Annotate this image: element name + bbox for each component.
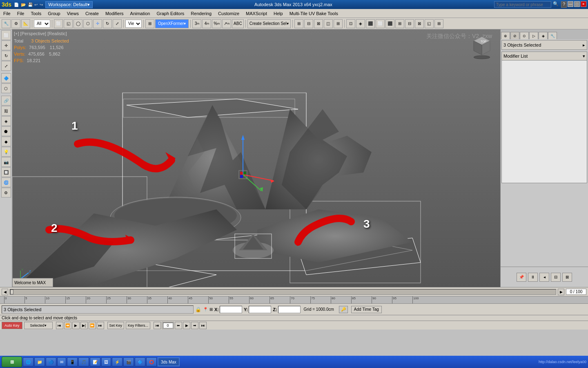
openxformer-btn[interactable]: OpenXFormer ▾ bbox=[155, 19, 189, 28]
rp-pin-button[interactable]: 📌 bbox=[517, 273, 526, 282]
move-tool[interactable]: ✛ bbox=[93, 19, 102, 28]
timeline-thumb[interactable] bbox=[10, 289, 13, 294]
rp-tab-create[interactable]: ⊕ bbox=[501, 32, 510, 39]
menu-customize[interactable]: Customize bbox=[215, 10, 243, 17]
menu-tools[interactable]: Tools bbox=[27, 10, 45, 17]
rp-tab-hierarchy[interactable]: ⊙ bbox=[520, 32, 529, 39]
selection-arrow[interactable]: ▸ bbox=[583, 43, 585, 48]
abc-btn[interactable]: ABC bbox=[232, 19, 244, 28]
rp-tab-display[interactable]: ◈ bbox=[539, 32, 548, 39]
select-region-circle[interactable]: ◯ bbox=[74, 19, 82, 28]
taskbar-app2[interactable]: 🎵 bbox=[78, 357, 89, 366]
menu-graph-editors[interactable]: Graph Editors bbox=[153, 10, 187, 17]
lt-bind[interactable]: ◈ bbox=[1, 116, 11, 126]
lt-scale[interactable]: ⤢ bbox=[1, 61, 11, 71]
select-tool[interactable]: ⬜ bbox=[54, 19, 63, 28]
add-time-tag-button[interactable]: Add Time Tag bbox=[351, 306, 382, 313]
rp-back-button[interactable]: ◂ bbox=[539, 273, 549, 282]
snap2d[interactable]: ⚙ bbox=[11, 19, 20, 28]
setkey-button[interactable]: Set Key bbox=[107, 322, 125, 329]
taskbar-app1[interactable]: 📱 bbox=[67, 357, 78, 366]
search-input[interactable] bbox=[494, 1, 551, 8]
tool-render2[interactable]: ⬜ bbox=[376, 19, 385, 28]
tool-schematic[interactable]: ⊡ bbox=[346, 19, 355, 28]
lt-rotate[interactable]: ↻ bbox=[1, 51, 11, 61]
tool-layers[interactable]: ⊞ bbox=[334, 19, 343, 28]
menu-views[interactable]: Views bbox=[64, 10, 82, 17]
filter-dropdown[interactable]: All bbox=[34, 20, 50, 28]
lt-spacewarps[interactable]: 🌀 bbox=[1, 177, 11, 187]
close-button[interactable]: ✕ bbox=[581, 1, 586, 7]
autokey-button[interactable]: Auto Key bbox=[2, 322, 22, 329]
rp-instance-button[interactable]: ⊟ bbox=[551, 273, 561, 282]
pb-prev-key[interactable]: ⬅ bbox=[175, 322, 182, 329]
num3-btn[interactable]: 3m bbox=[192, 19, 201, 28]
tool-render1[interactable]: ⬛ bbox=[366, 19, 375, 28]
menu-maxscript[interactable]: MAXScript bbox=[243, 10, 270, 17]
modifier-list-dropdown[interactable]: Modifier List ▾ bbox=[501, 52, 587, 61]
taskbar-app4[interactable]: 🖼 bbox=[101, 357, 111, 366]
pos-icon[interactable]: 📍 bbox=[203, 307, 208, 312]
next-frame-btn[interactable]: ⏩ bbox=[89, 322, 96, 329]
tl-next-btn[interactable]: ▶ bbox=[558, 289, 564, 295]
lt-cameras[interactable]: 📷 bbox=[1, 157, 11, 167]
maximize-button[interactable]: □ bbox=[574, 1, 580, 7]
search-icon[interactable]: 🔍 bbox=[553, 1, 559, 8]
timeline-slider[interactable] bbox=[10, 289, 556, 295]
go-start-btn[interactable]: ⏮ bbox=[56, 322, 63, 329]
num4-btn[interactable]: 4m bbox=[202, 19, 211, 28]
rp-tab-motion[interactable]: ▷ bbox=[529, 32, 538, 39]
tool-more5[interactable]: ⊞ bbox=[434, 19, 443, 28]
tool-more4[interactable]: ◱ bbox=[425, 19, 434, 28]
taskbar-ie[interactable]: 🌐 bbox=[23, 357, 33, 366]
menu-file[interactable]: File bbox=[0, 10, 14, 17]
lock-icon[interactable]: 🔒 bbox=[195, 307, 201, 312]
taskbar-app6[interactable]: 🎬 bbox=[123, 357, 134, 366]
menu-modifiers[interactable]: Modifiers bbox=[102, 10, 127, 17]
workspace-label[interactable]: Workspace: Default▾ bbox=[45, 1, 93, 8]
key-filters-button[interactable]: Key Filters... bbox=[126, 322, 150, 329]
tool-more2[interactable]: ⊟ bbox=[405, 19, 414, 28]
menu-group[interactable]: Group bbox=[45, 10, 64, 17]
lt-select[interactable]: ⬜ bbox=[1, 30, 11, 40]
tool-material[interactable]: ◈ bbox=[356, 19, 365, 28]
toolbar-save-icon[interactable]: 💾 bbox=[28, 2, 33, 7]
taskbar-app5[interactable]: ⚡ bbox=[112, 357, 122, 366]
toolbar-undo-icon[interactable]: ↩ bbox=[34, 2, 38, 7]
lt-helpers[interactable]: 🔲 bbox=[1, 167, 11, 177]
tool-more1[interactable]: ⊞ bbox=[395, 19, 404, 28]
tool-spacing[interactable]: ⊠ bbox=[314, 19, 323, 28]
help-icon[interactable]: ? bbox=[561, 1, 567, 8]
rp-tab-utilities[interactable]: 🔧 bbox=[548, 32, 557, 39]
view-dropdown[interactable]: View bbox=[125, 20, 142, 28]
taskbar-app3[interactable]: 📝 bbox=[90, 357, 100, 366]
tool-clone[interactable]: ◫ bbox=[324, 19, 333, 28]
toolbar-file-icon[interactable]: 📄 bbox=[14, 2, 19, 7]
taskbar-folder[interactable]: 📁 bbox=[34, 357, 45, 366]
play-realtime-btn[interactable]: ▶| bbox=[80, 322, 88, 329]
go-end-btn[interactable]: ⏭ bbox=[97, 322, 104, 329]
rp-tab-modify[interactable]: ⊘ bbox=[510, 32, 519, 39]
menu-edit[interactable]: File bbox=[14, 10, 28, 17]
tool-mirror[interactable]: ⊞ bbox=[294, 19, 303, 28]
toolbar-redo-icon[interactable]: ↪ bbox=[40, 2, 43, 7]
lt-move[interactable]: ✛ bbox=[1, 40, 11, 50]
tool-render3[interactable]: ⬛ bbox=[385, 19, 394, 28]
frame-number-input[interactable] bbox=[163, 323, 173, 328]
menu-rendering[interactable]: Rendering bbox=[187, 10, 215, 17]
tool-more3[interactable]: ⊠ bbox=[415, 19, 424, 28]
select-region-fence[interactable]: ⬡ bbox=[83, 19, 92, 28]
taskbar-app8[interactable]: ⭕ bbox=[146, 357, 157, 366]
percent-btn[interactable]: %m bbox=[212, 19, 221, 28]
rp-pause-button[interactable]: ⏸ bbox=[528, 273, 538, 282]
curve-btn[interactable]: ↗m bbox=[222, 19, 231, 28]
pb-go-end2[interactable]: ⏭ bbox=[199, 322, 207, 329]
grid-icon[interactable]: ⊞ bbox=[209, 307, 213, 312]
cube-nav-indicator[interactable]: TOP bbox=[468, 34, 496, 62]
lock-button[interactable]: 🔑 bbox=[339, 306, 348, 313]
tool-align[interactable]: ⊟ bbox=[304, 19, 313, 28]
menu-animation[interactable]: Animation bbox=[127, 10, 154, 17]
pb-frame-input[interactable] bbox=[162, 322, 174, 329]
snap3d[interactable]: 📐 bbox=[21, 19, 30, 28]
z-input[interactable] bbox=[278, 306, 301, 313]
